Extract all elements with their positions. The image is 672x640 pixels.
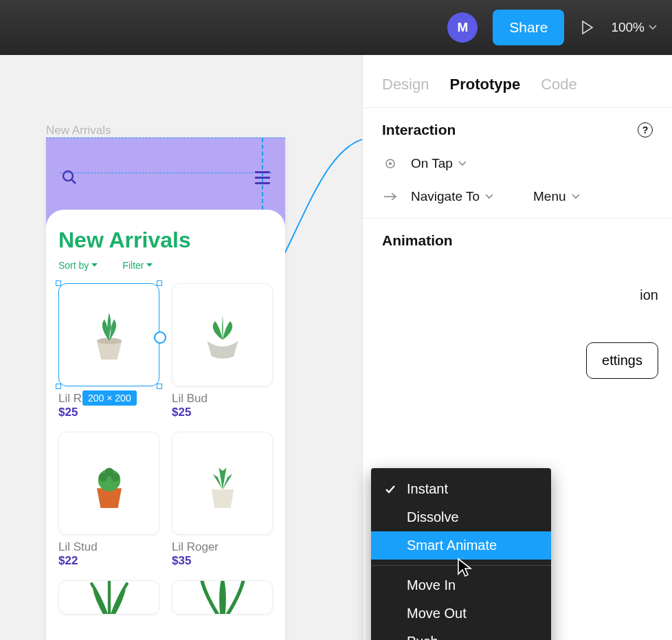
hamburger-icon[interactable]: [255, 171, 270, 184]
svg-point-6: [104, 468, 113, 477]
frame-header: [46, 137, 285, 210]
partial-label: ion: [640, 287, 658, 303]
content-sheet: New Arrivals Sort by Filter: [46, 210, 285, 640]
dimension-badge: 200 × 200: [82, 390, 137, 406]
product-name: Lil Stud: [58, 540, 159, 554]
menu-item-dissolve[interactable]: Dissolve: [371, 503, 551, 531]
svg-line-1: [71, 179, 76, 184]
product-name: Lil Roger: [172, 540, 273, 554]
product-image: [172, 432, 273, 535]
product-image: [172, 283, 273, 386]
check-icon: [383, 485, 397, 494]
product-card[interactable]: 200 × 200 Lil R $25: [58, 283, 159, 419]
target-dropdown[interactable]: Menu: [533, 189, 580, 204]
product-price: $35: [172, 554, 273, 568]
sort-dropdown[interactable]: Sort by: [58, 260, 98, 271]
properties-panel: Design Prototype Code Interaction ? On T…: [362, 55, 672, 640]
menu-separator: [371, 565, 551, 566]
trigger-icon: [382, 158, 399, 169]
product-price: $25: [58, 406, 159, 419]
action-dropdown[interactable]: Navigate To: [411, 189, 493, 204]
section-heading: Animation: [382, 232, 453, 249]
app-toolbar: M Share 100%: [0, 0, 672, 55]
prototype-node[interactable]: [154, 331, 166, 344]
interaction-section: Interaction ? On Tap Navigate To: [363, 107, 672, 218]
play-icon[interactable]: [579, 19, 596, 36]
caret-down-icon: [91, 263, 98, 267]
chevron-down-icon: [649, 25, 657, 30]
smart-animate-settings-button[interactable]: ettings: [586, 342, 658, 379]
avatar[interactable]: M: [447, 12, 478, 43]
chevron-down-icon: [572, 194, 580, 199]
animation-menu: Instant Dissolve Smart Animate Move In: [371, 468, 551, 640]
product-image: [58, 283, 159, 386]
svg-point-0: [63, 171, 73, 181]
product-card[interactable]: Lil Stud $22: [58, 432, 159, 568]
section-heading: Interaction: [382, 122, 456, 138]
frame-label[interactable]: New Arrivals: [46, 124, 111, 137]
animation-section: Animation ion ettings Instant Dissolve: [363, 218, 672, 263]
menu-item-instant[interactable]: Instant: [371, 475, 551, 503]
chevron-down-icon: [458, 161, 467, 166]
product-image: [58, 432, 159, 535]
selection-handle[interactable]: [56, 280, 61, 286]
zoom-value: 100%: [611, 20, 645, 35]
zoom-dropdown[interactable]: 100%: [611, 20, 657, 35]
menu-item-move-in[interactable]: Move In: [371, 571, 551, 599]
search-icon[interactable]: [61, 169, 78, 188]
product-image: [58, 580, 159, 615]
product-card[interactable]: [58, 580, 159, 615]
product-image: [172, 580, 273, 615]
svg-point-8: [389, 162, 392, 165]
menu-item-push[interactable]: Push: [371, 628, 551, 640]
share-button[interactable]: Share: [493, 10, 564, 45]
product-price: $22: [58, 554, 159, 568]
menu-item-move-out[interactable]: Move Out: [371, 599, 551, 628]
mobile-frame[interactable]: New Arrivals Sort by Filter: [46, 137, 285, 640]
product-card[interactable]: [172, 580, 273, 615]
product-name: Lil Bud: [172, 392, 273, 406]
product-price: $25: [172, 406, 273, 419]
canvas[interactable]: New Arrivals New Arrivals Sort by: [0, 55, 362, 640]
help-icon[interactable]: ?: [638, 122, 653, 137]
filter-dropdown[interactable]: Filter: [122, 260, 153, 271]
arrow-right-icon: [382, 192, 399, 201]
product-card[interactable]: Lil Roger $35: [172, 432, 273, 568]
selection-handle[interactable]: [157, 384, 162, 389]
trigger-dropdown[interactable]: On Tap: [411, 156, 467, 171]
tab-code[interactable]: Code: [541, 76, 577, 93]
page-title: New Arrivals: [58, 228, 273, 253]
caret-down-icon: [146, 263, 153, 267]
menu-item-smart-animate[interactable]: Smart Animate: [371, 531, 551, 560]
tab-prototype[interactable]: Prototype: [449, 76, 520, 93]
product-card[interactable]: Lil Bud $25: [172, 283, 273, 419]
selection-handle[interactable]: [157, 280, 162, 286]
chevron-down-icon: [485, 194, 493, 199]
selection-handle[interactable]: [56, 384, 61, 389]
tab-design[interactable]: Design: [382, 76, 429, 93]
